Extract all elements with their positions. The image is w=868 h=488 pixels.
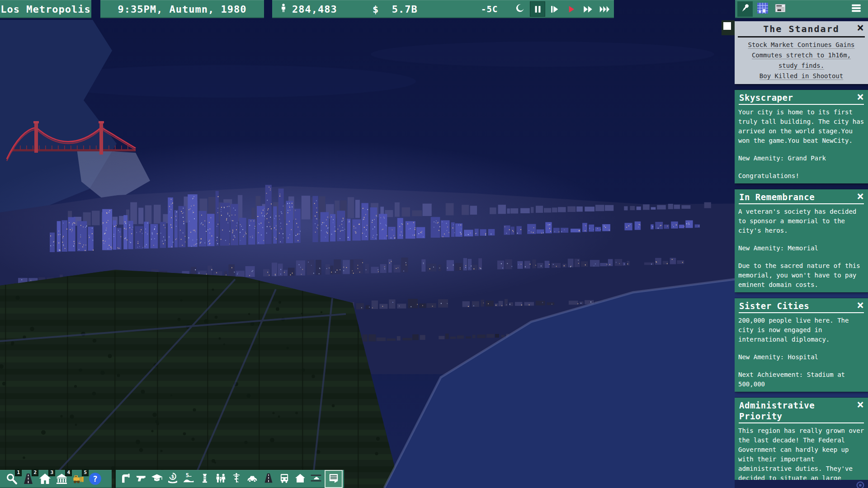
panel-paragraph: New Amenity: Memorial bbox=[738, 244, 864, 253]
panel-body: 200,000 people live here. The city is no… bbox=[735, 316, 868, 392]
density-view[interactable]: 5 bbox=[182, 472, 195, 486]
education-view[interactable] bbox=[150, 472, 164, 486]
playback-fastest-forward-button[interactable] bbox=[597, 1, 612, 17]
panel-body: A veteran's society has decided to spons… bbox=[735, 207, 868, 292]
community-view[interactable] bbox=[214, 472, 227, 486]
money-hand-icon: $ bbox=[167, 472, 179, 486]
bulldozer-tool[interactable]: 5 bbox=[71, 472, 85, 486]
transit-view[interactable] bbox=[278, 472, 291, 486]
panel-title: Sister Cities bbox=[739, 300, 809, 311]
help-icon: ? bbox=[89, 472, 102, 487]
house-small-icon bbox=[294, 472, 306, 486]
health-view[interactable] bbox=[230, 472, 243, 486]
caduceus-icon bbox=[231, 472, 242, 486]
pipe-view[interactable] bbox=[118, 472, 132, 486]
sidebar-collapse-handle[interactable] bbox=[723, 22, 731, 30]
panel-title: Administrative Priority bbox=[739, 400, 857, 422]
panel-divider bbox=[739, 104, 864, 105]
city-name[interactable]: Los Metropolis bbox=[0, 0, 91, 18]
playback-step-button[interactable] bbox=[547, 1, 562, 17]
messages-icon bbox=[328, 472, 340, 486]
query-tool[interactable]: 1 bbox=[5, 472, 18, 486]
zone-tool[interactable]: 3 bbox=[38, 472, 52, 486]
newspaper-headlines: Stock Market Continues GainsCommutes str… bbox=[735, 40, 868, 81]
svg-text:$: $ bbox=[171, 474, 175, 479]
bus-icon bbox=[278, 472, 290, 486]
pistol-icon bbox=[135, 472, 147, 486]
pin-icon bbox=[739, 2, 751, 16]
menu-icon bbox=[850, 2, 862, 16]
population-value: 284,483 bbox=[292, 4, 337, 15]
traffic-lane-icon bbox=[310, 472, 322, 486]
value-view[interactable]: $ bbox=[166, 472, 179, 486]
close-icon[interactable]: × bbox=[857, 300, 864, 310]
panel-body: This region has really grown over the la… bbox=[735, 426, 868, 480]
close-icon[interactable]: × bbox=[857, 400, 864, 409]
notification-panel-in-remembrance: In Remembrance×A veteran's society has d… bbox=[735, 189, 868, 292]
crime-view[interactable] bbox=[134, 472, 148, 486]
panel-paragraph: Due to the sacred nature of this memoria… bbox=[738, 261, 864, 290]
headline-link[interactable]: Boy Killed in Shootout bbox=[735, 71, 868, 81]
hotkey-badge: 2 bbox=[32, 469, 38, 476]
moon-icon bbox=[515, 4, 524, 14]
car-icon bbox=[246, 472, 258, 486]
newspaper-panel: The Standard × Stock Market Continues Ga… bbox=[735, 21, 868, 84]
tower-icon bbox=[199, 472, 211, 486]
sidebar-handle-box bbox=[722, 20, 735, 35]
zones-button[interactable] bbox=[755, 1, 770, 17]
notification-panel-administrative-priority: Administrative Priority×This region has … bbox=[735, 398, 868, 480]
population-display[interactable]: 284,483 bbox=[272, 0, 368, 18]
weather-display[interactable]: -5C bbox=[477, 0, 528, 18]
menu-button[interactable] bbox=[849, 1, 864, 17]
pipe-icon bbox=[119, 472, 131, 486]
game-viewport: Los Metropolis 9:35PM, Autumn, 1980 284,… bbox=[0, 0, 868, 488]
panel-paragraph: Your city is home to its first truly tal… bbox=[738, 108, 864, 145]
person-icon bbox=[278, 3, 288, 15]
roads-view[interactable] bbox=[262, 472, 275, 486]
newspaper-button[interactable] bbox=[773, 1, 788, 17]
panel-title: In Remembrance bbox=[739, 192, 815, 202]
road-tool[interactable]: 2 bbox=[21, 472, 35, 486]
main-toolbar: 12345? bbox=[0, 470, 112, 488]
notification-panel-skyscraper: Skyscraper×Your city is home to its firs… bbox=[735, 90, 868, 183]
notification-sidebar: The Standard × Stock Market Continues Ga… bbox=[735, 21, 868, 480]
playback-controls bbox=[528, 0, 614, 18]
budget-display[interactable]: $ 5.7B bbox=[363, 0, 482, 18]
density-hill-icon: 5 bbox=[183, 472, 194, 486]
amenity-tool[interactable]: 4 bbox=[55, 472, 68, 486]
panel-paragraph: Congratulations! bbox=[738, 171, 864, 181]
pin-button[interactable] bbox=[737, 1, 753, 17]
notification-panel-sister-cities: Sister Cities×200,000 people live here. … bbox=[735, 298, 868, 392]
panel-divider bbox=[739, 312, 864, 313]
view-toolbar: $5 bbox=[116, 470, 344, 488]
playback-play-button[interactable] bbox=[563, 1, 579, 17]
datetime-display[interactable]: 9:35PM, Autumn, 1980 bbox=[100, 0, 264, 18]
panel-paragraph: Next Achievement: Stadium at 500,000 bbox=[738, 370, 864, 389]
close-icon[interactable]: × bbox=[857, 23, 864, 33]
family-icon bbox=[215, 472, 226, 486]
newspaper-divider bbox=[738, 36, 865, 38]
panel-body: Your city is home to its first truly tal… bbox=[735, 108, 868, 183]
playback-pause-button[interactable] bbox=[530, 1, 545, 17]
newspaper-title[interactable]: The Standard bbox=[763, 23, 840, 34]
panel-paragraph: New Amenity: Hospital bbox=[738, 352, 864, 362]
traffic-view[interactable] bbox=[245, 472, 259, 486]
hotkey-badge: 1 bbox=[15, 469, 22, 476]
buildings-view[interactable] bbox=[293, 472, 307, 486]
headline-link[interactable]: Stock Market Continues Gains bbox=[735, 40, 868, 50]
panel-paragraph: A veteran's society has decided to spons… bbox=[738, 207, 864, 235]
road-map-icon bbox=[263, 472, 274, 486]
close-icon[interactable]: × bbox=[857, 92, 864, 101]
newspaper-icon bbox=[774, 2, 786, 16]
headline-link[interactable]: Commutes stretch to 1h16m, study finds. bbox=[745, 50, 858, 71]
playback-fast-forward-button[interactable] bbox=[580, 1, 595, 17]
graduation-cap-icon bbox=[151, 472, 163, 486]
tower-view[interactable] bbox=[198, 472, 212, 486]
hotkey-badge: 4 bbox=[65, 469, 72, 476]
help-button[interactable]: ? bbox=[88, 472, 102, 486]
messages-view[interactable] bbox=[326, 471, 342, 487]
hotkey-badge: 3 bbox=[48, 469, 55, 476]
lanes-view[interactable] bbox=[309, 472, 323, 486]
panel-paragraph: 200,000 people live here. The city is no… bbox=[738, 316, 864, 344]
close-icon[interactable]: × bbox=[857, 192, 864, 201]
